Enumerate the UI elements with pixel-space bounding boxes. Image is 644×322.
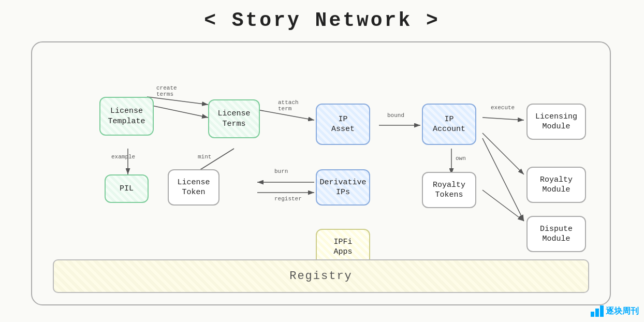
node-license-terms: LicenseTerms (208, 99, 260, 138)
node-ip-account: IPAccount (422, 104, 476, 145)
node-royalty-module: RoyaltyModule (526, 167, 586, 203)
watermark-bars-icon (591, 305, 604, 317)
svg-line-2 (147, 97, 208, 105)
label-execute: execute (491, 105, 515, 111)
node-pil: PIL (105, 174, 149, 203)
label-attach-term: attachterm (278, 99, 299, 112)
diagram-inner: createterms attachterm bound execute exa… (32, 42, 610, 304)
watermark: 逐块周刊 (591, 305, 639, 317)
node-royalty-tokens: RoyaltyTokens (422, 172, 476, 208)
svg-line-3 (147, 105, 208, 118)
label-own: own (456, 155, 466, 162)
label-create-terms: createterms (156, 85, 177, 97)
svg-line-6 (482, 118, 524, 120)
label-burn: burn (274, 168, 288, 174)
diagram-container: createterms attachterm bound execute exa… (31, 41, 611, 305)
label-register: register (274, 196, 302, 202)
page-background: < Story Network > (0, 0, 644, 322)
registry-bar: Registry (53, 259, 589, 293)
label-example: example (111, 154, 135, 160)
label-bound: bound (387, 112, 404, 119)
node-dispute-module: DisputeModule (526, 216, 586, 252)
label-mint: mint (198, 154, 211, 160)
svg-line-14 (482, 190, 524, 221)
node-license-template: LicenseTemplate (99, 97, 154, 136)
watermark-text: 逐块周刊 (606, 306, 639, 317)
node-license-token: LicenseToken (168, 169, 219, 206)
svg-line-13 (482, 138, 524, 221)
node-ip-asset: IPAsset (316, 104, 370, 145)
page-title: < Story Network > (0, 0, 644, 37)
node-derivative-ips: DerivativeIPs (316, 169, 370, 206)
node-licensing-module: LicensingModule (526, 104, 586, 140)
svg-line-12 (482, 133, 524, 174)
